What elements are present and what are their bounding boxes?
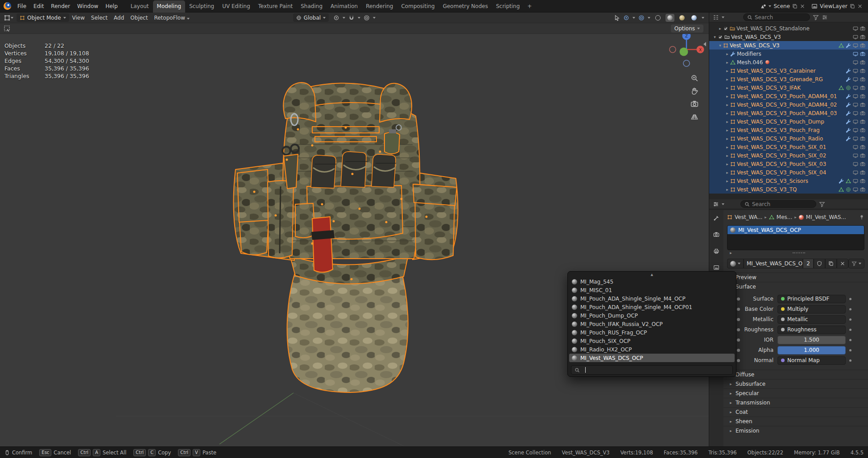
disable-render-icon[interactable] [860, 102, 865, 107]
material-option[interactable]: MI_Pouch_Dump_OCP [569, 311, 735, 320]
hide-viewport-icon[interactable] [853, 187, 858, 192]
modifier-wrench-icon[interactable] [846, 77, 851, 82]
outliner-row-object[interactable]: ▸ Vest_WAS_DCS_V3_Carabiner [709, 66, 868, 75]
remove-viewlayer-icon[interactable] [857, 4, 863, 9]
transform-orientation-dropdown[interactable]: Global [293, 13, 329, 22]
selectability-icon[interactable] [614, 15, 620, 21]
outliner-row-object[interactable]: ▸ Vest_WAS_DCS_V3_Grenade_RG [709, 75, 868, 83]
hide-viewport-icon[interactable] [853, 77, 858, 82]
scroll-up-icon[interactable]: ▲ [568, 272, 736, 277]
tab-scripting[interactable]: Scripting [492, 0, 524, 12]
menu-add[interactable]: Add [111, 12, 127, 23]
material-option[interactable]: MI_MISC_01 [569, 286, 735, 294]
outliner-row-object[interactable]: ▸ Vest_WAS_DCS_V3_TQ [709, 185, 868, 194]
expand-icon[interactable]: ▸ [724, 187, 730, 192]
breadcrumb-object[interactable]: Vest_WA... [735, 214, 762, 220]
hide-viewport-icon[interactable] [853, 111, 858, 116]
expand-icon[interactable]: ▸ [724, 52, 730, 56]
collapse-icon[interactable]: ▾ [717, 43, 723, 48]
outliner-row-active-object[interactable]: ▾ Vest_WAS_DCS_V3 [709, 41, 868, 50]
hide-viewport-icon[interactable] [853, 153, 858, 158]
shading-solid-button[interactable] [665, 14, 674, 22]
collapse-icon[interactable]: ▾ [712, 35, 718, 39]
outliner-options-icon[interactable] [822, 14, 828, 21]
disable-render-icon[interactable] [860, 43, 865, 48]
expand-icon[interactable]: ▸ [724, 111, 730, 116]
properties-search-input[interactable]: Search [740, 200, 816, 208]
box-select-tool-icon[interactable] [4, 25, 11, 32]
section-diffuse[interactable]: ▸Diffuse [723, 370, 868, 379]
menu-object[interactable]: Object [127, 12, 151, 23]
pivot-point-icon[interactable] [333, 15, 339, 21]
modifier-wrench-icon[interactable] [846, 68, 851, 74]
ortho-grid-icon[interactable] [690, 113, 699, 121]
disable-render-icon[interactable] [860, 77, 865, 82]
sidebar-toggle-icon[interactable] [703, 42, 706, 46]
hide-viewport-icon[interactable] [853, 85, 858, 91]
resize-grip[interactable] [793, 252, 805, 253]
expand-icon[interactable]: ▸ [724, 153, 730, 158]
section-surface[interactable]: ▾ Surface [723, 282, 868, 291]
modifier-render-toggle-icon[interactable] [860, 51, 865, 57]
hide-viewport-icon[interactable] [853, 60, 858, 65]
metallic-field[interactable]: Metallic [777, 315, 846, 324]
material-users-count[interactable]: 2 [803, 259, 814, 268]
hide-viewport-icon[interactable] [853, 43, 858, 48]
unlink-material-button[interactable] [837, 259, 848, 268]
outliner-row-object[interactable]: ▸ Vest_WAS_DCS_V3_Pouch_Frag [709, 126, 868, 134]
modifier-wrench-icon[interactable] [846, 111, 851, 116]
hide-viewport-icon[interactable] [853, 161, 858, 167]
disable-render-icon[interactable] [860, 60, 865, 65]
surface-shader-field[interactable]: Principled BSDF [777, 295, 846, 303]
pan-hand-icon[interactable] [690, 87, 699, 95]
modifier-wrench-icon[interactable] [846, 119, 851, 124]
snap-magnet-icon[interactable] [348, 15, 355, 21]
hide-viewport-icon[interactable] [853, 102, 858, 107]
hide-viewport-icon[interactable] [853, 170, 858, 175]
material-option[interactable]: MI_Pouch_ADA_Shingle_Single_M4_OCP01 [569, 303, 735, 311]
hide-viewport-icon[interactable] [853, 94, 858, 99]
disable-render-icon[interactable] [860, 161, 865, 167]
breadcrumb-mesh[interactable]: Mes... [777, 214, 792, 220]
menu-edit[interactable]: Edit [30, 0, 47, 12]
menu-window[interactable]: Window [74, 0, 102, 12]
gizmo-y-axis[interactable] [680, 48, 688, 56]
tab-shading[interactable]: Shading [297, 0, 327, 12]
menu-file[interactable]: File [14, 0, 30, 12]
disable-render-icon[interactable] [860, 170, 865, 175]
modifier-wrench-icon[interactable] [839, 178, 844, 184]
roughness-field[interactable]: Roughness [777, 326, 846, 334]
unlink-scene-icon[interactable] [800, 4, 805, 9]
outliner-row-object[interactable]: ▸ Vest_WAS_DCS_V3_Pouch_SIX_01 [709, 143, 868, 151]
expand-icon[interactable]: ▸ [724, 162, 730, 166]
shading-rendered-button[interactable] [690, 14, 699, 22]
expand-icon[interactable]: ▸ [724, 60, 730, 65]
gizmo-minus-z-axis[interactable] [683, 60, 690, 66]
viewport-canvas[interactable] [0, 12, 709, 446]
checkbox-icon[interactable] [723, 26, 728, 31]
mode-dropdown[interactable]: Object Mode [17, 13, 69, 22]
zoom-icon[interactable] [690, 74, 699, 82]
section-coat[interactable]: ▸Coat [723, 407, 868, 417]
disable-render-icon[interactable] [860, 144, 865, 150]
hide-viewport-icon[interactable] [853, 144, 858, 150]
properties-editor-icon[interactable] [713, 201, 719, 207]
tab-rendering[interactable]: Rendering [362, 0, 397, 12]
disable-render-icon[interactable] [860, 34, 865, 40]
tab-sculpting[interactable]: Sculpting [185, 0, 218, 12]
base-color-field[interactable]: Multiply [777, 305, 846, 314]
new-scene-icon[interactable] [792, 4, 798, 9]
tab-modeling[interactable]: Modeling [153, 0, 186, 12]
outliner-row-collection[interactable]: ▸ Vest_WAS_DCS_Standalone [709, 24, 868, 33]
tab-texture-paint[interactable]: Texture Paint [254, 0, 297, 12]
material-option[interactable]: MI_Pouch_ADA_Shingle_Single_M4_OCP [569, 294, 735, 303]
material-option[interactable]: MI_Pouch_IFAK_Russia_V2_OCP [569, 320, 735, 328]
disable-render-icon[interactable] [860, 119, 865, 124]
expand-icon[interactable]: ▸ [724, 77, 730, 82]
editor-type-icon[interactable] [4, 14, 11, 21]
modifier-wrench-icon[interactable] [846, 94, 851, 99]
tab-uv-editing[interactable]: UV Editing [218, 0, 254, 12]
material-browse-dropdown[interactable] [727, 259, 744, 268]
expand-icon[interactable]: ▸ [724, 179, 730, 183]
menu-render[interactable]: Render [47, 0, 74, 12]
